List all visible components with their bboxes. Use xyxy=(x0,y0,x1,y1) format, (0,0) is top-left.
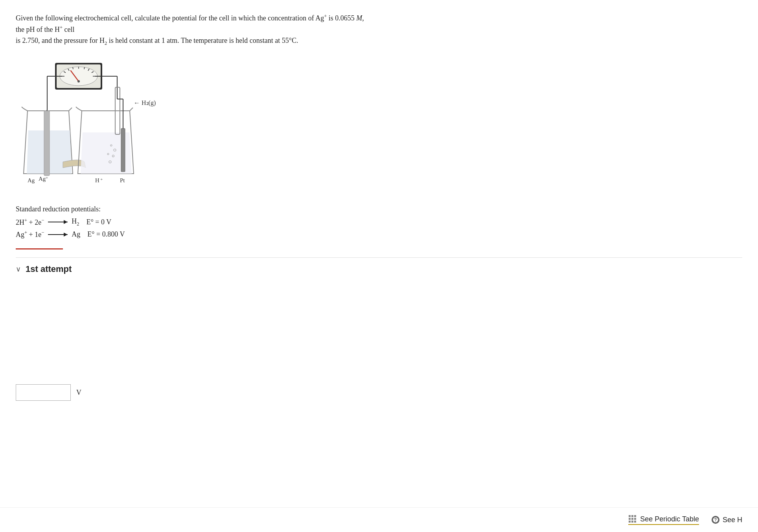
svg-line-4 xyxy=(73,67,73,69)
section-divider xyxy=(16,257,742,258)
svg-text:+: + xyxy=(100,177,103,182)
equation-2: Ag+ + 1e− Ag E° = 0.800 V xyxy=(16,230,742,239)
h-plus-label: H xyxy=(95,177,99,183)
svg-point-0 xyxy=(60,67,98,86)
h2-label: ← H₂(g) xyxy=(134,99,156,106)
answer-unit: V xyxy=(76,389,81,397)
see-periodic-table-button[interactable]: See Periodic Table xyxy=(628,515,699,525)
bottom-toolbar: See Periodic Table See H xyxy=(0,507,758,532)
equation-1: 2H+ + 2e− H2 E° = 0 V xyxy=(16,217,742,227)
svg-point-11 xyxy=(77,80,80,83)
svg-rect-32 xyxy=(629,518,631,520)
eq2-product: Ag xyxy=(72,230,80,238)
eq2-potential: E° = 0.800 V xyxy=(87,230,125,238)
see-hint-label: See H xyxy=(723,516,742,524)
eq2-reactants: Ag+ + 1e− xyxy=(16,230,44,239)
periodic-table-icon xyxy=(628,515,637,523)
hint-icon xyxy=(712,516,719,524)
svg-line-17 xyxy=(47,110,47,111)
svg-rect-29 xyxy=(629,515,631,517)
eq1-arrow xyxy=(48,218,68,226)
pt-label: Pt xyxy=(120,177,125,183)
red-underline-accent xyxy=(16,248,63,249)
attempt-header: ∨ 1st attempt xyxy=(16,264,742,274)
ag-plus-label: Ag xyxy=(39,176,46,182)
svg-rect-24 xyxy=(121,128,125,172)
standard-potentials: Standard reduction potentials: 2H+ + 2e−… xyxy=(16,205,742,239)
eq1-product: H2 xyxy=(72,217,79,227)
answer-row: V xyxy=(16,384,742,401)
svg-point-39 xyxy=(715,521,716,522)
svg-text:+: + xyxy=(46,175,48,180)
eq1-potential: E° = 0 V xyxy=(86,218,112,226)
cell-diagram: ← H₂(g) Ag Ag + H + Pt xyxy=(16,60,165,193)
svg-rect-33 xyxy=(631,518,633,520)
see-hint-button[interactable]: See H xyxy=(712,516,742,524)
see-periodic-table-label: See Periodic Table xyxy=(640,515,699,523)
svg-rect-30 xyxy=(631,515,633,517)
svg-rect-16 xyxy=(44,111,50,176)
eq1-reactants: 2H+ + 2e− xyxy=(16,218,44,227)
svg-line-6 xyxy=(84,67,85,69)
std-pot-title: Standard reduction potentials: xyxy=(16,205,742,213)
answer-input[interactable] xyxy=(16,384,71,401)
collapse-chevron-icon[interactable]: ∨ xyxy=(16,265,21,273)
diagram-area: ← H₂(g) Ag Ag + H + Pt xyxy=(16,60,742,193)
svg-rect-35 xyxy=(629,521,631,523)
attempt-section: ∨ 1st attempt V xyxy=(16,258,742,401)
ag-label: Ag xyxy=(28,177,35,183)
svg-rect-34 xyxy=(634,518,636,520)
eq2-arrow xyxy=(48,231,68,238)
problem-text: Given the following electrochemical cell… xyxy=(16,13,370,47)
svg-rect-31 xyxy=(634,515,636,517)
attempt-title: 1st attempt xyxy=(26,264,72,274)
svg-rect-36 xyxy=(631,521,633,523)
svg-rect-37 xyxy=(634,521,636,523)
